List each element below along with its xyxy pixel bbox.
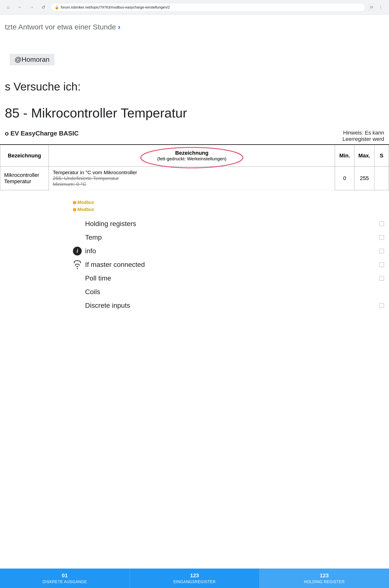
table-note-line2: Leerregister werd [343,136,384,142]
list-item-coils[interactable]: Coils [73,285,384,299]
bottom-nav-diskrete-label: DISKRETE AUSGANGE [43,580,87,584]
holding-registers-label: Holding registers [85,220,136,228]
list-item-discrete-inputs[interactable]: Discrete inputs [73,299,384,312]
browser-extras: 15 ⋮ [368,3,385,12]
wifi-arc-medium [75,264,79,266]
browser-menu-button[interactable]: ⋮ [376,3,385,12]
chevron-icon: › [118,22,121,31]
bottom-nav-holding-num: 123 [320,572,329,579]
browser-chrome: ⌂ ← → ↺ 🔒 forum.iobroker.net/topic/79763… [0,0,389,15]
list-item-if-master-connected[interactable]: If master connected [73,258,384,272]
info-circle: i [73,247,82,255]
bottom-nav: 01 DISKRETE AUSGANGE 123 EINGANGSREGISTE… [0,569,389,588]
wifi-arc-small [76,266,78,267]
poll-time-icon [73,274,82,283]
right-indicator-discrete [379,303,384,308]
row-max: 255 [355,167,374,190]
modbus-dot-2 [73,208,76,211]
last-reply-bar[interactable]: tzte Antwort vor etwa einer Stunde › [0,19,389,34]
url-text: forum.iobroker.net/topic/79763/modbus-ea… [61,5,361,9]
list-item-poll-time[interactable]: Poll time [73,272,384,285]
info-label: info [85,247,96,255]
table-note: Hinweis: Es kann Leerregister werd [343,130,384,142]
mention-badge[interactable]: @Homoran [10,54,55,66]
modbus-list: Holding registers Temp i info [5,217,384,312]
tab-count: 15 [370,6,373,9]
col-bezeichnung-title: Bezeichnung [53,150,331,156]
row-s [374,167,389,190]
discrete-inputs-label: Discrete inputs [85,302,130,310]
bottom-nav-holding[interactable]: 123 HOLDING REGISTER [259,569,389,588]
right-indicator-temp [379,235,384,240]
forward-button[interactable]: → [27,3,36,12]
address-bar[interactable]: 🔒 forum.iobroker.net/topic/79763/modbus-… [51,3,365,12]
desc-line1: Temperatur in °C vom Mikrocontroller [53,170,331,175]
col-bezeichnung-sub: (fett-gedruckt: Werkeinstellungen) [53,156,331,162]
bottom-nav-eingangs[interactable]: 123 EINGANGSREGISTER [130,569,260,588]
modbus-text-2: Modbus [77,207,94,212]
home-button[interactable]: ⌂ [4,3,13,12]
back-button[interactable]: ← [16,3,24,12]
tab-list-icon[interactable]: 15 [368,4,375,11]
data-table: Bezeichnung Bezeichnung (fett-gedruckt: … [0,145,389,190]
col-header-s: S [374,145,389,167]
coils-label: Coils [85,288,100,296]
bottom-nav-diskrete[interactable]: 01 DISKRETE AUSGANGE [0,569,130,588]
col-header-bezeichnung-center: Bezeichnung (fett-gedruckt: Werkeinstell… [49,145,335,167]
mention-section: @Homoran [0,54,389,66]
desc-line2: 255: Undefinierte Temperatur [53,175,331,181]
wifi-icon [73,260,82,269]
bottom-nav-eingangs-num: 123 [190,572,199,579]
right-indicator-master [379,262,384,267]
modbus-logo-1: Modbus [73,200,384,205]
modbus-logo-section: Modbus Modbus [5,200,384,212]
list-item-info[interactable]: i info [73,244,384,258]
table-brand-label: o EV EasyCharge BASIC [5,130,79,137]
poll-time-label: Poll time [85,275,111,282]
col-header-min: Min. [335,145,355,167]
reload-button[interactable]: ↺ [39,3,48,12]
wifi-arc-large [74,260,81,263]
page-subheading: 85 - Mikrocontroller Temperatur [0,103,389,123]
list-item-temp[interactable]: Temp [73,231,384,244]
row-label: Mikrocontroller Temperatur [0,167,49,190]
bottom-nav-holding-label: HOLDING REGISTER [304,580,345,584]
modbus-dot-1 [73,201,76,204]
holding-registers-icon [73,219,82,228]
bottom-nav-eingangs-label: EINGANGSREGISTER [173,580,216,584]
table-note-line1: Hinweis: Es kann [343,130,384,136]
desc-line3: Minimum: 0 °C [53,181,331,187]
right-indicator-holding [379,221,384,226]
row-min: 0 [335,167,355,190]
temp-icon [73,233,82,242]
page-heading: s Versuche ich: [0,75,389,98]
temp-label: Temp [85,234,102,241]
modbus-logo-2: Modbus [73,207,384,212]
table-section-header: o EV EasyCharge BASIC Hinweis: Es kann L… [0,128,389,145]
col-header-bezeichnung: Bezeichnung [0,145,49,167]
modbus-text-1: Modbus [77,200,94,205]
row-description: Temperatur in °C vom Mikrocontroller 255… [49,167,335,190]
list-item-holding-registers[interactable]: Holding registers [73,217,384,231]
if-master-connected-label: If master connected [85,261,145,269]
discrete-inputs-icon [73,301,82,310]
wifi-dot [77,268,78,269]
bottom-nav-diskrete-num: 01 [62,572,67,579]
last-reply-text: tzte Antwort vor etwa einer Stunde [5,23,116,31]
right-indicator-poll [379,276,384,281]
data-table-wrapper: Bezeichnung Bezeichnung (fett-gedruckt: … [0,145,389,190]
modbus-panel: Modbus Modbus Holding registers Temp [0,190,389,317]
table-row: Mikrocontroller Temperatur Temperatur in… [0,167,389,190]
lock-icon: 🔒 [55,5,59,9]
right-indicator-info [379,249,384,253]
info-icon: i [73,247,82,255]
col-header-max: Max. [355,145,374,167]
coils-icon [73,288,82,296]
page-content: tzte Antwort vor etwa einer Stunde › @Ho… [0,15,389,346]
